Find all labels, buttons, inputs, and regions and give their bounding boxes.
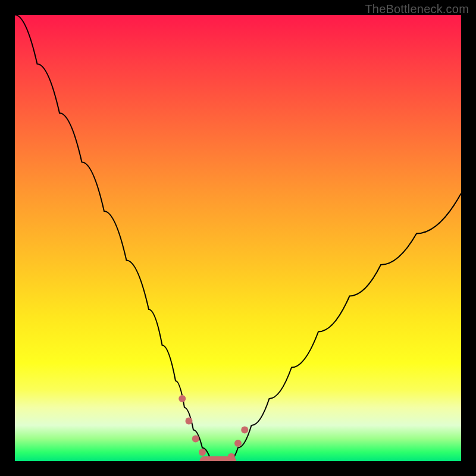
plot-area [15, 15, 461, 461]
marker-dot [186, 418, 193, 425]
marker-group [178, 395, 248, 461]
bottleneck-curve [15, 15, 461, 461]
marker-dot [199, 449, 206, 456]
marker-dot [228, 453, 235, 461]
marker-dot [241, 427, 248, 434]
marker-dot [192, 436, 199, 443]
watermark-text: TheBottleneck.com [365, 2, 469, 16]
marker-dot [234, 440, 242, 447]
marker-dot [178, 395, 186, 402]
chart-container: TheBottleneck.com [0, 0, 476, 476]
chart-svg-layer [15, 15, 461, 461]
